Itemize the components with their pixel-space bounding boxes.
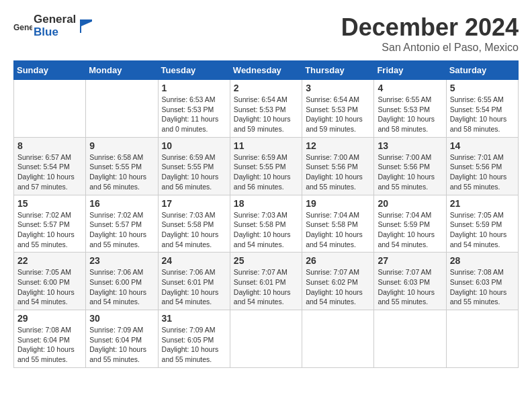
day-info: Sunrise: 7:04 AMSunset: 5:59 PMDaylight:… <box>378 210 442 250</box>
day-info: Sunrise: 7:08 AMSunset: 6:03 PMDaylight:… <box>450 267 515 307</box>
day-number: 21 <box>450 198 515 209</box>
day-info: Sunrise: 6:59 AMSunset: 5:55 PMDaylight:… <box>162 152 226 192</box>
day-number: 29 <box>17 313 82 324</box>
day-number: 20 <box>378 198 442 209</box>
day-number: 27 <box>378 255 442 266</box>
day-number: 14 <box>450 140 515 151</box>
day-info: Sunrise: 7:07 AMSunset: 6:02 PMDaylight:… <box>306 267 370 307</box>
calendar-cell: 28Sunrise: 7:08 AMSunset: 6:03 PMDayligh… <box>446 253 518 310</box>
logo-blue-text: Blue <box>34 26 76 39</box>
weekday-header-sunday: Sunday <box>14 61 86 80</box>
calendar-cell: 24Sunrise: 7:06 AMSunset: 6:01 PMDayligh… <box>158 253 230 310</box>
day-info: Sunrise: 6:59 AMSunset: 5:55 PMDaylight:… <box>234 152 298 192</box>
month-title: December 2024 <box>341 13 519 42</box>
calendar-cell: 11Sunrise: 6:59 AMSunset: 5:55 PMDayligh… <box>230 137 302 195</box>
weekday-header-row: SundayMondayTuesdayWednesdayThursdayFrid… <box>14 61 519 80</box>
calendar-cell: 16Sunrise: 7:02 AMSunset: 5:57 PMDayligh… <box>86 195 158 253</box>
calendar-cell: 8Sunrise: 6:57 AMSunset: 5:54 PMDaylight… <box>14 137 86 195</box>
day-info: Sunrise: 7:02 AMSunset: 5:57 PMDaylight:… <box>17 210 82 250</box>
calendar-week-row: 1Sunrise: 6:53 AMSunset: 5:53 PMDaylight… <box>14 80 519 138</box>
svg-text:General: General <box>13 23 32 32</box>
day-number: 26 <box>306 255 370 266</box>
day-number: 11 <box>234 140 298 151</box>
day-number: 22 <box>17 255 82 266</box>
day-number: 28 <box>450 255 515 266</box>
day-info: Sunrise: 7:02 AMSunset: 5:57 PMDaylight:… <box>89 210 154 250</box>
logo-general-text: General <box>34 13 76 26</box>
weekday-header-monday: Monday <box>86 61 158 80</box>
day-number: 3 <box>306 83 370 93</box>
calendar-cell: 9Sunrise: 6:58 AMSunset: 5:55 PMDaylight… <box>86 137 158 195</box>
day-info: Sunrise: 7:03 AMSunset: 5:58 PMDaylight:… <box>162 210 226 250</box>
day-info: Sunrise: 7:09 AMSunset: 6:04 PMDaylight:… <box>89 325 154 365</box>
calendar-cell: 25Sunrise: 7:07 AMSunset: 6:01 PMDayligh… <box>230 253 302 310</box>
calendar-cell <box>230 310 302 368</box>
calendar-cell: 17Sunrise: 7:03 AMSunset: 5:58 PMDayligh… <box>158 195 230 253</box>
day-number: 23 <box>89 255 154 266</box>
calendar-cell: 15Sunrise: 7:02 AMSunset: 5:57 PMDayligh… <box>14 195 86 253</box>
day-info: Sunrise: 6:54 AMSunset: 5:53 PMDaylight:… <box>234 95 298 134</box>
day-info: Sunrise: 7:00 AMSunset: 5:56 PMDaylight:… <box>306 152 370 192</box>
calendar-cell: 13Sunrise: 7:00 AMSunset: 5:56 PMDayligh… <box>374 137 446 195</box>
calendar-cell: 10Sunrise: 6:59 AMSunset: 5:55 PMDayligh… <box>158 137 230 195</box>
day-info: Sunrise: 6:58 AMSunset: 5:55 PMDaylight:… <box>89 152 154 192</box>
calendar-cell: 4Sunrise: 6:55 AMSunset: 5:53 PMDaylight… <box>374 80 446 138</box>
calendar-week-row: 29Sunrise: 7:08 AMSunset: 6:04 PMDayligh… <box>14 310 519 368</box>
day-info: Sunrise: 7:05 AMSunset: 6:00 PMDaylight:… <box>17 267 82 307</box>
calendar-cell <box>374 310 446 368</box>
day-number: 5 <box>450 83 515 93</box>
logo-flag-icon <box>77 16 97 36</box>
calendar-cell: 30Sunrise: 7:09 AMSunset: 6:04 PMDayligh… <box>86 310 158 368</box>
header: General General Blue December 2024 San A… <box>13 13 519 54</box>
day-number: 2 <box>234 83 298 93</box>
calendar-cell: 19Sunrise: 7:04 AMSunset: 5:58 PMDayligh… <box>302 195 374 253</box>
calendar-cell: 14Sunrise: 7:01 AMSunset: 5:56 PMDayligh… <box>446 137 518 195</box>
location-subtitle: San Antonio el Paso, Mexico <box>341 42 519 54</box>
day-info: Sunrise: 7:07 AMSunset: 6:03 PMDaylight:… <box>378 267 442 307</box>
day-info: Sunrise: 6:55 AMSunset: 5:54 PMDaylight:… <box>450 95 515 134</box>
calendar-cell <box>446 310 518 368</box>
calendar-cell: 26Sunrise: 7:07 AMSunset: 6:02 PMDayligh… <box>302 253 374 310</box>
day-number: 19 <box>306 198 370 209</box>
calendar-week-row: 8Sunrise: 6:57 AMSunset: 5:54 PMDaylight… <box>14 137 519 195</box>
calendar-week-row: 15Sunrise: 7:02 AMSunset: 5:57 PMDayligh… <box>14 195 519 253</box>
day-info: Sunrise: 7:06 AMSunset: 6:00 PMDaylight:… <box>89 267 154 307</box>
calendar-week-row: 22Sunrise: 7:05 AMSunset: 6:00 PMDayligh… <box>14 253 519 310</box>
calendar-cell: 22Sunrise: 7:05 AMSunset: 6:00 PMDayligh… <box>14 253 86 310</box>
day-number: 13 <box>378 140 442 151</box>
calendar-cell: 2Sunrise: 6:54 AMSunset: 5:53 PMDaylight… <box>230 80 302 138</box>
weekday-header-friday: Friday <box>374 61 446 80</box>
calendar-cell: 23Sunrise: 7:06 AMSunset: 6:00 PMDayligh… <box>86 253 158 310</box>
day-info: Sunrise: 7:09 AMSunset: 6:05 PMDaylight:… <box>162 325 226 365</box>
day-info: Sunrise: 7:08 AMSunset: 6:04 PMDaylight:… <box>17 325 82 365</box>
day-number: 18 <box>234 198 298 209</box>
day-info: Sunrise: 6:54 AMSunset: 5:53 PMDaylight:… <box>306 95 370 134</box>
day-info: Sunrise: 7:01 AMSunset: 5:56 PMDaylight:… <box>450 152 515 192</box>
calendar-cell <box>14 80 86 138</box>
day-number: 30 <box>89 313 154 324</box>
weekday-header-wednesday: Wednesday <box>230 61 302 80</box>
calendar-cell: 1Sunrise: 6:53 AMSunset: 5:53 PMDaylight… <box>158 80 230 138</box>
calendar-cell <box>86 80 158 138</box>
day-number: 25 <box>234 255 298 266</box>
day-info: Sunrise: 6:55 AMSunset: 5:53 PMDaylight:… <box>378 95 442 134</box>
day-number: 4 <box>378 83 442 93</box>
title-section: December 2024 San Antonio el Paso, Mexic… <box>341 13 519 54</box>
day-info: Sunrise: 7:00 AMSunset: 5:56 PMDaylight:… <box>378 152 442 192</box>
svg-marker-1 <box>80 19 92 33</box>
day-number: 17 <box>162 198 226 209</box>
day-info: Sunrise: 7:04 AMSunset: 5:58 PMDaylight:… <box>306 210 370 250</box>
calendar-table: SundayMondayTuesdayWednesdayThursdayFrid… <box>13 60 519 368</box>
day-info: Sunrise: 7:03 AMSunset: 5:58 PMDaylight:… <box>234 210 298 250</box>
day-info: Sunrise: 7:05 AMSunset: 5:59 PMDaylight:… <box>450 210 515 250</box>
day-info: Sunrise: 6:53 AMSunset: 5:53 PMDaylight:… <box>162 95 226 134</box>
weekday-header-thursday: Thursday <box>302 61 374 80</box>
calendar-cell: 20Sunrise: 7:04 AMSunset: 5:59 PMDayligh… <box>374 195 446 253</box>
calendar-cell: 3Sunrise: 6:54 AMSunset: 5:53 PMDaylight… <box>302 80 374 138</box>
day-number: 16 <box>89 198 154 209</box>
calendar-cell: 27Sunrise: 7:07 AMSunset: 6:03 PMDayligh… <box>374 253 446 310</box>
calendar-cell <box>302 310 374 368</box>
day-number: 31 <box>162 313 226 324</box>
calendar-cell: 31Sunrise: 7:09 AMSunset: 6:05 PMDayligh… <box>158 310 230 368</box>
logo: General General Blue <box>13 13 97 38</box>
